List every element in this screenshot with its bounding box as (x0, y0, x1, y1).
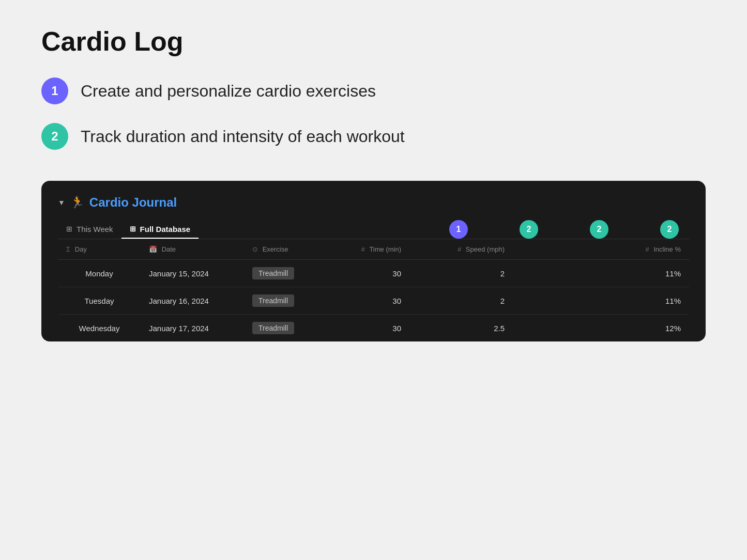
feature-item-2: 2 Track duration and intensity of each w… (41, 123, 706, 150)
db-emoji: 🏃 (70, 196, 84, 209)
col-icon-speed: # (458, 245, 461, 253)
cell-incline-2: 12% (513, 315, 689, 342)
feature-text-2: Track duration and intensity of each wor… (81, 127, 405, 146)
database-card: ▼ 🏃 Cardio Journal ⊞ This Week ⊞ Full Da… (41, 181, 706, 341)
cell-time-1: 30 (327, 287, 409, 315)
col-icon-incline: # (645, 245, 649, 253)
col-header-date: 📅 Date (141, 239, 244, 260)
page-title: Cardio Log (41, 26, 706, 57)
col-icon-day: Σ (66, 245, 70, 253)
tab-icon-this-week: ⊞ (66, 225, 72, 233)
col-header-incline: # Incline % (513, 239, 689, 260)
cell-date-0: January 15, 2024 (141, 260, 244, 287)
tab-label-this-week: This Week (77, 225, 113, 234)
cell-incline-0: 11% (513, 260, 689, 287)
cell-day-1: Tuesday (58, 287, 141, 315)
cell-time-2: 30 (327, 315, 409, 342)
tab-badge-2: 2 (520, 220, 538, 239)
tab-badges: 1 2 2 2 (449, 220, 689, 239)
col-header-exercise: ⊙ Exercise (244, 239, 327, 260)
col-header-day: Σ Day (58, 239, 141, 260)
cell-day-2: Wednesday (58, 315, 141, 342)
cell-exercise-1: Treadmill (244, 287, 327, 315)
chevron-icon[interactable]: ▼ (58, 198, 65, 207)
db-header: ▼ 🏃 Cardio Journal (58, 195, 689, 210)
cell-exercise-2: Treadmill (244, 315, 327, 342)
tab-badge-1: 1 (449, 220, 468, 239)
col-icon-date: 📅 (149, 245, 157, 253)
cell-exercise-0: Treadmill (244, 260, 327, 287)
table-header-row: Σ Day 📅 Date ⊙ Exercise # Time (min) # (58, 239, 689, 260)
feature-text-1: Create and personalize cardio exercises (81, 82, 376, 101)
table-row[interactable]: Wednesday January 17, 2024 Treadmill 30 … (58, 315, 689, 342)
feature-item-1: 1 Create and personalize cardio exercise… (41, 77, 706, 104)
data-table: Σ Day 📅 Date ⊙ Exercise # Time (min) # (58, 239, 689, 341)
col-icon-time: # (361, 245, 365, 253)
col-header-speed: # Speed (mph) (409, 239, 513, 260)
cell-speed-1: 2 (409, 287, 513, 315)
badge-2: 2 (41, 123, 68, 150)
badge-1: 1 (41, 77, 68, 104)
tab-badge-4: 2 (660, 220, 679, 239)
tabs-row: ⊞ This Week ⊞ Full Database 1 2 2 2 (58, 220, 689, 239)
table-row[interactable]: Tuesday January 16, 2024 Treadmill 30 2 … (58, 287, 689, 315)
tab-badge-3: 2 (590, 220, 608, 239)
feature-list: 1 Create and personalize cardio exercise… (41, 77, 706, 150)
tab-full-database[interactable]: ⊞ Full Database (121, 221, 199, 239)
tab-icon-full-db: ⊞ (130, 225, 136, 233)
cell-date-1: January 16, 2024 (141, 287, 244, 315)
cell-speed-2: 2.5 (409, 315, 513, 342)
cell-date-2: January 17, 2024 (141, 315, 244, 342)
cell-speed-0: 2 (409, 260, 513, 287)
table-row[interactable]: Monday January 15, 2024 Treadmill 30 2 1… (58, 260, 689, 287)
cell-day-0: Monday (58, 260, 141, 287)
col-icon-exercise: ⊙ (252, 245, 258, 253)
db-title: Cardio Journal (89, 195, 177, 210)
tab-label-full-db: Full Database (140, 225, 191, 234)
cell-incline-1: 11% (513, 287, 689, 315)
tab-this-week[interactable]: ⊞ This Week (58, 221, 121, 239)
cell-time-0: 30 (327, 260, 409, 287)
col-header-time: # Time (min) (327, 239, 409, 260)
